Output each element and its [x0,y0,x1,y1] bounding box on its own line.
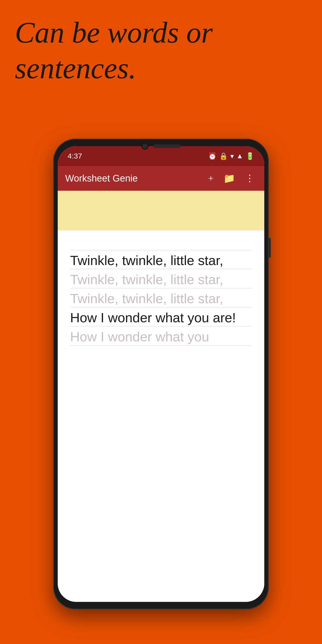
hero-heading: Can be words or sentences. [15,15,307,86]
add-button[interactable]: + [206,170,216,186]
writing-line-3: Twinkle, twinkle, little star, [70,288,252,308]
signal-icon: ▲ [236,152,243,160]
alarm-icon: ⏰ [208,152,217,160]
writing-line-4: How I wonder what you are! [70,308,252,326]
more-options-button[interactable]: ⋮ [242,170,257,186]
app-toolbar: Worksheet Genie + 📁 ⋮ [58,166,264,191]
phone-top-bar [126,139,196,154]
folder-button[interactable]: 📁 [221,170,238,186]
wifi-icon: ▾ [230,152,234,160]
writing-text-1: Twinkle, twinkle, little star, [70,250,252,269]
status-time: 4:37 [68,152,82,160]
writing-text-3: Twinkle, twinkle, little star, [70,288,252,307]
writing-text-2: Twinkle, twinkle, little star, [70,269,252,288]
phone-camera [142,143,148,150]
lock-icon: 🔒 [219,152,228,160]
phone-screen: 4:37 ⏰ 🔒 ▾ ▲ 🔋 Worksheet Genie [58,146,264,602]
phone-side-button [269,238,271,258]
writing-line-1: Twinkle, twinkle, little star, [70,250,252,269]
writing-text-5: How I wonder what you [70,326,252,345]
app-title: Worksheet Genie [65,173,206,184]
writing-text-4: How I wonder what you are! [70,308,252,326]
phone-speaker [153,144,180,148]
yellow-banner [58,191,264,230]
toolbar-actions: + 📁 ⋮ [206,170,257,186]
status-icons: ⏰ 🔒 ▾ ▲ 🔋 [208,152,254,160]
battery-icon: 🔋 [246,152,254,160]
phone-shell: 4:37 ⏰ 🔒 ▾ ▲ 🔋 Worksheet Genie [53,139,269,609]
writing-line-2: Twinkle, twinkle, little star, [70,269,252,288]
phone-mockup: 4:37 ⏰ 🔒 ▾ ▲ 🔋 Worksheet Genie [53,139,269,609]
worksheet-content: Twinkle, twinkle, little star, Twinkle, … [58,230,264,602]
underline-5 [70,345,252,346]
writing-line-5: How I wonder what you [70,326,252,346]
blank-line-top [70,235,252,250]
